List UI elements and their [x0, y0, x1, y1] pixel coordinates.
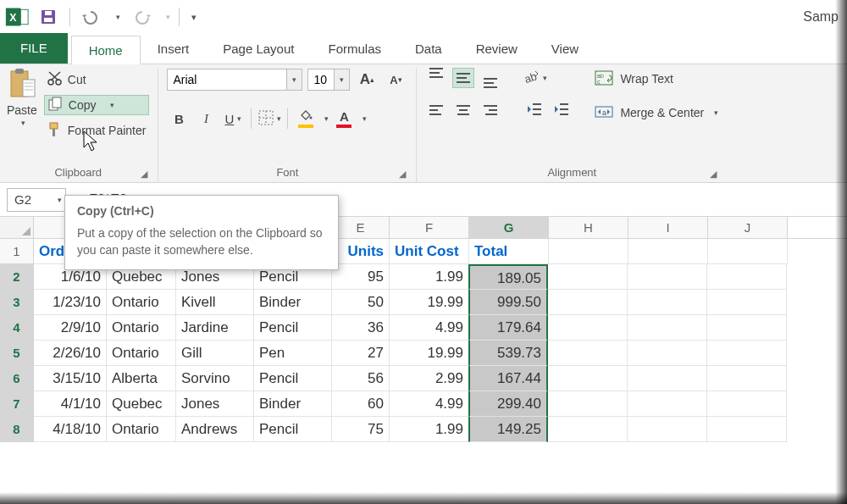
align-bottom-button[interactable] [479, 68, 501, 88]
qat-customize-dropdown[interactable]: ▾ [191, 12, 197, 23]
wrap-text-button[interactable]: abc Wrap Text [595, 68, 718, 90]
cell[interactable] [548, 264, 628, 290]
cell[interactable]: 75 [332, 417, 390, 442]
name-box-dropdown[interactable]: ▾ [58, 196, 62, 204]
cell[interactable]: 56 [332, 366, 390, 391]
cell[interactable]: 1.99 [390, 417, 469, 442]
cell[interactable]: Kivell [176, 290, 254, 315]
cell[interactable]: Jones [176, 391, 254, 417]
cell[interactable]: 3/15/10 [34, 366, 107, 391]
cell[interactable]: Pencil [254, 417, 332, 442]
cell[interactable]: 19.99 [390, 290, 469, 315]
tab-review[interactable]: Review [459, 35, 534, 64]
save-button[interactable] [36, 5, 61, 29]
select-all-corner[interactable] [0, 217, 34, 238]
row-header[interactable]: 5 [0, 341, 34, 366]
increase-font-button[interactable]: A▴ [355, 68, 379, 91]
col-header-i[interactable]: I [628, 217, 708, 238]
cell[interactable] [548, 417, 628, 442]
cell[interactable]: 36 [332, 315, 390, 341]
tab-page-layout[interactable]: Page Layout [206, 35, 311, 64]
cell[interactable]: 4/1/10 [34, 391, 107, 417]
cell[interactable]: Unit Cost [390, 239, 469, 264]
cell[interactable] [548, 290, 628, 315]
cell[interactable]: Ontario [107, 315, 176, 341]
col-header-j[interactable]: J [708, 217, 788, 238]
bold-button[interactable]: B [167, 107, 191, 130]
font-name-dropdown[interactable]: ▾ [286, 69, 302, 90]
cell[interactable] [628, 264, 707, 290]
cell[interactable]: 4.99 [390, 391, 469, 417]
font-color-button[interactable]: A [332, 107, 356, 130]
align-top-button[interactable] [425, 68, 447, 88]
cell[interactable] [548, 315, 628, 341]
cell[interactable]: 179.64 [468, 315, 548, 341]
row-header[interactable]: 1 [0, 239, 34, 264]
cell[interactable] [707, 264, 787, 290]
cell[interactable] [628, 366, 707, 391]
cell[interactable]: 189.05 [468, 264, 548, 290]
cell[interactable]: 539.73 [468, 341, 548, 366]
font-size-dropdown[interactable]: ▾ [334, 69, 349, 90]
cell[interactable]: 167.44 [468, 366, 548, 391]
cell[interactable]: Ontario [107, 290, 176, 315]
font-dialog-launcher[interactable]: ◢ [399, 169, 406, 180]
cell[interactable]: 4/18/10 [34, 417, 107, 442]
row-header[interactable]: 6 [0, 366, 34, 391]
copy-button[interactable]: Copy ▾ [44, 95, 150, 115]
paste-dropdown[interactable]: ▾ [21, 119, 25, 127]
redo-dropdown[interactable]: ▾ [166, 13, 170, 21]
cell[interactable]: 1/23/10 [34, 290, 107, 315]
cell[interactable] [628, 417, 707, 442]
cell[interactable]: Binder [254, 290, 332, 315]
decrease-font-button[interactable]: A▾ [384, 68, 407, 91]
cell[interactable]: Gill [176, 341, 254, 366]
col-header-g[interactable]: G [469, 217, 549, 238]
tab-formulas[interactable]: Formulas [311, 35, 398, 64]
cell[interactable] [707, 341, 787, 366]
borders-button[interactable]: ▾ [257, 107, 281, 130]
cell[interactable] [548, 366, 628, 391]
cell[interactable]: Jardine [176, 315, 254, 341]
font-name-combo[interactable]: ▾ [167, 69, 302, 91]
italic-button[interactable]: I [194, 107, 218, 130]
cell[interactable] [707, 366, 787, 391]
cell[interactable] [708, 239, 788, 264]
orientation-button[interactable]: ab▾ [523, 68, 545, 88]
increase-indent-button[interactable] [551, 100, 573, 120]
fill-color-button[interactable] [294, 107, 318, 130]
cell[interactable] [628, 290, 707, 315]
tab-view[interactable]: View [534, 35, 595, 64]
align-center-button[interactable] [452, 100, 474, 120]
cell[interactable]: Andrews [176, 417, 254, 442]
underline-button[interactable]: U▾ [221, 107, 245, 130]
cell[interactable]: Ontario [107, 417, 176, 442]
paste-button[interactable]: Paste ▾ [7, 68, 37, 127]
decrease-indent-button[interactable] [523, 100, 545, 120]
cell[interactable] [707, 290, 787, 315]
row-header[interactable]: 3 [0, 290, 34, 315]
merge-dropdown[interactable]: ▾ [714, 108, 718, 117]
cell[interactable] [549, 239, 628, 264]
cell[interactable]: Ontario [107, 341, 176, 366]
cell[interactable]: 2.99 [390, 366, 469, 391]
col-header-e[interactable]: E [332, 217, 390, 238]
cell[interactable]: 95 [332, 264, 390, 290]
cell[interactable]: 299.40 [468, 391, 548, 417]
name-box[interactable]: G2 ▾ [7, 188, 66, 212]
cell[interactable] [628, 341, 707, 366]
cell[interactable]: Sorvino [176, 366, 254, 391]
cell[interactable]: Pen [254, 341, 332, 366]
tab-insert[interactable]: Insert [141, 35, 207, 64]
redo-button[interactable] [129, 5, 154, 29]
cell[interactable]: Pencil [254, 315, 332, 341]
cell[interactable]: 149.25 [468, 417, 548, 442]
cell[interactable]: Pencil [254, 366, 332, 391]
align-left-button[interactable] [425, 100, 447, 120]
tab-file[interactable]: FILE [0, 33, 68, 64]
cell[interactable]: 2/26/10 [34, 341, 107, 366]
cell[interactable]: 4.99 [390, 315, 469, 341]
cell[interactable]: 50 [332, 290, 390, 315]
tab-home[interactable]: Home [71, 36, 141, 64]
format-painter-button[interactable]: Format Painter [44, 120, 150, 141]
